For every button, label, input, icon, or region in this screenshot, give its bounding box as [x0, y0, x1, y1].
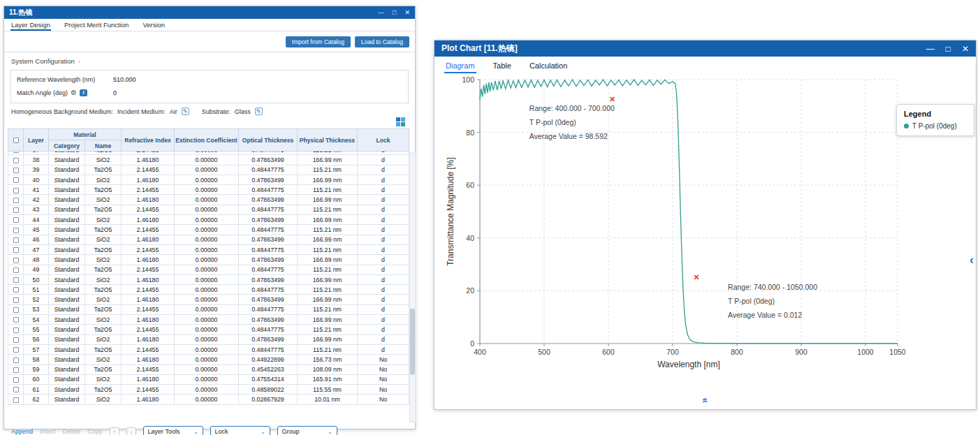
table-cell[interactable]: 115.21 nm: [298, 304, 358, 314]
table-cell[interactable]: 2.14455: [122, 244, 175, 254]
table-cell[interactable]: 45: [24, 225, 49, 235]
table-cell[interactable]: 55: [24, 325, 49, 334]
table-cell[interactable]: 0.00000: [175, 165, 239, 175]
table-cell[interactable]: 0.47863499: [239, 175, 298, 184]
table-cell[interactable]: 0.48447775: [239, 304, 298, 314]
table-row[interactable]: 43StandardTa2O52.144550.000000.484477751…: [8, 205, 409, 214]
table-cell[interactable]: No: [358, 374, 409, 384]
minimize-icon[interactable]: —: [926, 45, 935, 53]
table-cell[interactable]: No: [358, 364, 409, 374]
select-all-checkbox[interactable]: [13, 138, 19, 143]
table-cell[interactable]: Ta2O5: [85, 304, 122, 314]
table-cell[interactable]: 39: [24, 165, 49, 175]
table-cell[interactable]: 115.21 nm: [298, 205, 358, 214]
table-cell[interactable]: 166.99 nm: [298, 235, 358, 244]
table-row[interactable]: 39StandardTa2O52.144550.000000.484477751…: [8, 165, 409, 175]
table-cell[interactable]: 47: [24, 244, 49, 254]
table-cell[interactable]: 0.00000: [175, 295, 239, 304]
table-row[interactable]: 53StandardTa2O52.144550.000000.484477751…: [8, 304, 409, 314]
row-checkbox[interactable]: [13, 367, 19, 373]
table-cell[interactable]: d: [358, 325, 409, 334]
table-cell[interactable]: 115.21 nm: [298, 344, 358, 354]
table-cell[interactable]: Standard: [49, 265, 85, 274]
table-cell[interactable]: 58: [24, 355, 49, 364]
table-cell[interactable]: Ta2O5: [85, 244, 122, 254]
maximize-icon[interactable]: □: [393, 10, 396, 16]
scrollbar-thumb[interactable]: [410, 309, 415, 375]
table-cell[interactable]: 0.00000: [175, 334, 239, 344]
table-row[interactable]: 57StandardTa2O52.144550.000000.484477751…: [8, 344, 409, 354]
row-checkbox[interactable]: [13, 258, 19, 263]
table-cell[interactable]: Standard: [49, 344, 85, 354]
table-cell[interactable]: 166.99 nm: [298, 175, 358, 184]
table-row[interactable]: 45StandardTa2O52.144550.000000.484477751…: [8, 225, 409, 235]
table-cell[interactable]: SiO2: [85, 255, 122, 265]
row-checkbox[interactable]: [13, 287, 19, 293]
table-cell[interactable]: 0.00000: [175, 315, 239, 325]
table-cell[interactable]: 156.73 nm: [298, 355, 358, 364]
move-down-button[interactable]: ↓: [126, 427, 136, 435]
row-checkbox[interactable]: [13, 267, 19, 273]
table-cell[interactable]: 115.21 nm: [298, 265, 358, 274]
table-cell[interactable]: Standard: [49, 355, 85, 364]
table-cell[interactable]: Ta2O5: [85, 325, 122, 334]
table-cell[interactable]: 41: [24, 185, 49, 195]
table-cell[interactable]: Standard: [49, 325, 85, 334]
row-checkbox[interactable]: [13, 387, 19, 392]
table-cell[interactable]: d: [358, 274, 409, 284]
table-cell[interactable]: Standard: [49, 295, 85, 304]
table-row[interactable]: 62StandardSiO21.461800.000000.0286792910…: [8, 395, 409, 404]
minimize-icon[interactable]: —: [378, 10, 384, 16]
table-cell[interactable]: 40: [24, 175, 49, 184]
row-checkbox[interactable]: [13, 327, 19, 333]
table-cell[interactable]: 0.00000: [175, 215, 239, 225]
table-cell[interactable]: No: [358, 385, 409, 395]
table-cell[interactable]: 0.00000: [175, 385, 239, 395]
row-checkbox[interactable]: [13, 317, 19, 323]
close-icon[interactable]: ✕: [962, 45, 969, 53]
table-cell[interactable]: Standard: [49, 385, 85, 395]
layer-tools-dropdown[interactable]: Layer Tools ⌄: [143, 426, 203, 435]
table-cell[interactable]: Standard: [49, 315, 85, 325]
insert-button[interactable]: Insert: [40, 428, 56, 435]
table-scrollbar[interactable]: [409, 152, 416, 422]
table-cell[interactable]: 0.47863499: [239, 195, 298, 205]
table-cell[interactable]: Standard: [49, 274, 85, 284]
table-row[interactable]: 56StandardSiO21.461800.000000.4786349916…: [8, 334, 409, 344]
table-cell[interactable]: 51: [24, 285, 49, 295]
table-cell[interactable]: 115.55 nm: [298, 385, 358, 395]
table-cell[interactable]: 0.48589022: [239, 385, 298, 395]
group-dropdown[interactable]: Group ⌄: [277, 426, 337, 435]
table-cell[interactable]: 38: [24, 155, 49, 165]
table-cell[interactable]: 2.14455: [122, 304, 175, 314]
table-cell[interactable]: Standard: [49, 185, 85, 195]
table-cell[interactable]: 0.48447775: [239, 285, 298, 295]
table-cell[interactable]: 2.14455: [122, 364, 175, 374]
table-row[interactable]: 48StandardSiO21.461800.000000.4786349916…: [8, 255, 409, 265]
table-cell[interactable]: 0.00000: [175, 374, 239, 384]
table-cell[interactable]: 49: [24, 265, 49, 274]
table-cell[interactable]: d: [358, 215, 409, 225]
row-checkbox[interactable]: [13, 158, 19, 163]
table-cell[interactable]: SiO2: [85, 274, 122, 284]
delete-button[interactable]: Delete: [63, 428, 81, 435]
copy-button[interactable]: Copy: [88, 428, 103, 435]
table-cell[interactable]: SiO2: [85, 195, 122, 205]
table-cell[interactable]: 115.21 nm: [298, 165, 358, 175]
table-cell[interactable]: 2.14455: [122, 385, 175, 395]
table-cell[interactable]: Standard: [49, 244, 85, 254]
table-cell[interactable]: Standard: [49, 165, 85, 175]
table-row[interactable]: 44StandardSiO21.461800.000000.4786349916…: [8, 215, 409, 225]
table-row[interactable]: 46StandardSiO21.461800.000000.4786349916…: [8, 235, 409, 244]
table-cell[interactable]: d: [358, 185, 409, 195]
row-checkbox[interactable]: [13, 188, 19, 193]
annotation-marker-icon[interactable]: ✕: [693, 273, 699, 281]
table-cell[interactable]: d: [358, 175, 409, 184]
table-cell[interactable]: Standard: [49, 155, 85, 165]
table-cell[interactable]: Standard: [49, 215, 85, 225]
table-cell[interactable]: 166.99 nm: [298, 295, 358, 304]
match-angle-value[interactable]: 0: [113, 89, 117, 96]
table-cell[interactable]: 61: [24, 385, 49, 395]
table-cell[interactable]: 0.02867929: [239, 395, 298, 404]
table-cell[interactable]: d: [358, 285, 409, 295]
